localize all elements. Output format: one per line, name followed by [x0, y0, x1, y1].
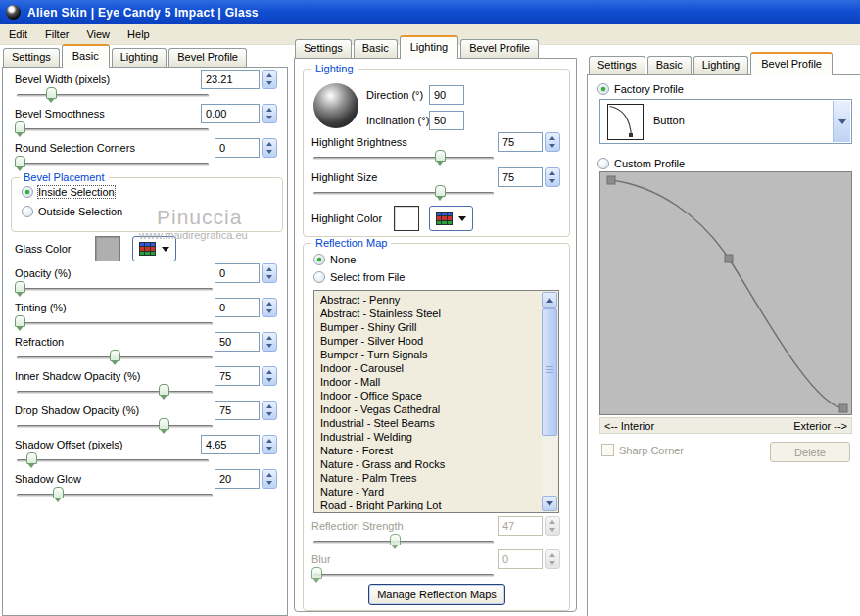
drop-shadow-slider[interactable] — [17, 425, 213, 428]
tab-basic[interactable]: Basic — [62, 44, 110, 68]
shadow-glow-slider[interactable] — [17, 494, 213, 497]
opacity-slider-thumb[interactable] — [15, 281, 25, 293]
spinner-up-icon[interactable] — [266, 404, 272, 408]
highlight-size-value[interactable]: 75 — [498, 167, 543, 187]
reflection-file-option[interactable]: Select from File — [313, 271, 405, 283]
spinner-up-icon[interactable] — [549, 171, 555, 175]
list-item[interactable]: Industrial - Welding — [316, 430, 542, 444]
list-item[interactable]: Nature - Forest — [316, 444, 542, 457]
menu-view[interactable]: View — [77, 26, 119, 42]
refraction-value[interactable]: 50 — [215, 332, 260, 352]
highlight-brightness-slider[interactable] — [313, 157, 494, 160]
drop-shadow-spinner[interactable]: 75 — [215, 401, 277, 420]
bevel-width-slider[interactable] — [17, 94, 209, 97]
dropdown-open-button[interactable] — [833, 101, 850, 142]
reflection-none-option[interactable]: None — [313, 254, 356, 265]
spinner-up-icon[interactable] — [266, 473, 272, 477]
tinting-spinner[interactable]: 0 — [215, 298, 277, 317]
tinting-spin-buttons[interactable] — [262, 298, 277, 317]
highlight-brightness-value[interactable]: 75 — [498, 132, 543, 152]
list-item[interactable]: Nature - Palm Trees — [316, 471, 542, 485]
bevel-width-spinner[interactable]: 23.21 — [201, 70, 277, 89]
highlight-brightness-spinner[interactable]: 75 — [498, 132, 560, 152]
bevel-width-value[interactable]: 23.21 — [201, 70, 260, 89]
list-item[interactable]: Bumper - Shiny Grill — [316, 320, 542, 334]
reflection-none-radio[interactable] — [313, 254, 325, 265]
inner-shadow-slider-thumb[interactable] — [159, 384, 169, 396]
shadow-offset-slider-thumb[interactable] — [26, 452, 37, 464]
direction-field[interactable]: 90 — [429, 85, 464, 105]
list-item[interactable]: Indoor - Vegas Cathedral — [316, 403, 542, 416]
spinner-down-icon[interactable] — [266, 275, 272, 279]
highlight-brightness-spin-buttons[interactable] — [545, 132, 560, 152]
tinting-value[interactable]: 0 — [215, 298, 260, 317]
spinner-down-icon[interactable] — [266, 378, 272, 382]
highlight-size-slider-thumb[interactable] — [435, 185, 446, 197]
refraction-slider-thumb[interactable] — [110, 350, 120, 361]
spinner-up-icon[interactable] — [266, 267, 272, 271]
tab-lighting[interactable]: Lighting — [400, 35, 459, 59]
factory-profile-dropdown[interactable]: Button — [599, 99, 852, 144]
factory-profile-label[interactable]: Factory Profile — [614, 83, 684, 95]
round-corners-spinner[interactable]: 0 — [215, 138, 277, 158]
scroll-down-button[interactable] — [542, 496, 557, 511]
tab-settings[interactable]: Settings — [3, 48, 60, 67]
bevel-smoothness-slider[interactable] — [17, 128, 209, 131]
spinner-down-icon[interactable] — [549, 179, 555, 183]
spinner-up-icon[interactable] — [266, 142, 272, 146]
refraction-slider[interactable] — [17, 356, 213, 359]
spinner-up-icon[interactable] — [266, 302, 272, 306]
inner-shadow-value[interactable]: 75 — [215, 366, 260, 386]
list-item[interactable]: Nature - Grass and Rocks — [316, 457, 542, 471]
list-item[interactable]: Road - Bright Parking Lot — [316, 498, 542, 510]
drop-shadow-spin-buttons[interactable] — [262, 401, 277, 420]
spinner-up-icon[interactable] — [266, 370, 272, 374]
menu-help[interactable]: Help — [119, 26, 159, 42]
custom-profile-label[interactable]: Custom Profile — [614, 158, 685, 169]
drop-shadow-slider-thumb[interactable] — [159, 418, 169, 430]
shadow-offset-spinner[interactable]: 4.65 — [201, 435, 277, 454]
tab-settings[interactable]: Settings — [295, 39, 352, 58]
outside-selection-label[interactable]: Outside Selection — [38, 206, 122, 217]
spinner-down-icon[interactable] — [266, 81, 272, 85]
list-item[interactable]: Abstract - Penny — [316, 293, 542, 307]
shadow-glow-spinner[interactable]: 20 — [215, 469, 277, 489]
spinner-up-icon[interactable] — [549, 136, 555, 140]
custom-profile-option[interactable]: Custom Profile — [597, 158, 685, 169]
tinting-slider[interactable] — [17, 322, 213, 325]
inclination-field[interactable]: 50 — [429, 111, 464, 130]
round-corners-spin-buttons[interactable] — [262, 138, 277, 158]
inner-shadow-slider[interactable] — [17, 391, 213, 394]
custom-profile-radio[interactable] — [597, 158, 609, 169]
spinner-up-icon[interactable] — [266, 336, 272, 340]
opacity-spin-buttons[interactable] — [262, 263, 277, 283]
shadow-glow-slider-thumb[interactable] — [53, 487, 64, 498]
list-item[interactable]: Abstract - Stainless Steel — [316, 307, 542, 320]
list-item[interactable]: Bumper - Turn Signals — [316, 348, 542, 361]
spinner-down-icon[interactable] — [266, 116, 272, 119]
reflection-file-radio[interactable] — [313, 271, 325, 283]
reflection-map-list[interactable]: Abstract - Penny Abstract - Stainless St… — [313, 290, 559, 513]
bevel-smoothness-spin-buttons[interactable] — [262, 104, 277, 123]
list-item[interactable]: Indoor - Carousel — [316, 361, 542, 375]
opacity-spinner[interactable]: 0 — [215, 263, 277, 283]
tab-basic[interactable]: Basic — [647, 56, 692, 74]
drop-shadow-value[interactable]: 75 — [215, 401, 260, 420]
bevel-smoothness-slider-thumb[interactable] — [15, 121, 25, 133]
highlight-size-spin-buttons[interactable] — [545, 167, 560, 187]
factory-profile-option[interactable]: Factory Profile — [597, 83, 684, 95]
tab-bevel-profile[interactable]: Bevel Profile — [168, 48, 247, 67]
round-corners-slider[interactable] — [17, 163, 209, 166]
highlight-color-picker-button[interactable] — [429, 206, 473, 231]
shadow-offset-spin-buttons[interactable] — [262, 435, 277, 454]
bevel-smoothness-spinner[interactable]: 0.00 — [201, 104, 277, 123]
round-corners-value[interactable]: 0 — [215, 138, 260, 158]
inside-selection-label[interactable]: Inside Selection — [38, 186, 115, 198]
reflection-none-label[interactable]: None — [330, 254, 356, 265]
manage-reflection-maps-button[interactable]: Manage Reflection Maps — [368, 584, 505, 605]
spinner-down-icon[interactable] — [266, 412, 272, 416]
shadow-glow-spin-buttons[interactable] — [262, 469, 277, 489]
inside-selection-radio[interactable] — [22, 186, 33, 198]
list-item[interactable]: Industrial - Steel Beams — [316, 416, 542, 430]
opacity-value[interactable]: 0 — [215, 263, 260, 283]
